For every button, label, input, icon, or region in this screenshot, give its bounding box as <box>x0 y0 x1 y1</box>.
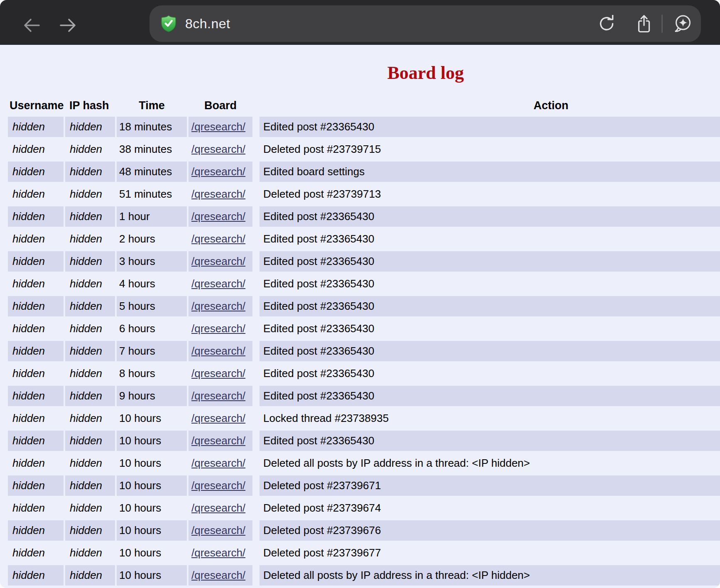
username-cell: hidden <box>8 206 64 227</box>
board-link[interactable]: /qresearch/ <box>191 412 245 425</box>
board-log-table: Username IP hash Time Board Action hidde… <box>8 96 720 586</box>
browser-window: 8ch.net <box>0 0 720 588</box>
table-row: hidden hidden 3 hours /qresearch/ Edited… <box>8 251 720 272</box>
header-ip-hash: IP hash <box>65 96 115 115</box>
board-cell: /qresearch/ <box>189 251 252 272</box>
address-bar[interactable]: 8ch.net <box>149 5 701 42</box>
board-cell: /qresearch/ <box>189 206 252 227</box>
time-cell: 18 minutes <box>117 117 187 137</box>
board-link[interactable]: /qresearch/ <box>191 277 245 290</box>
green-shield-check-icon <box>160 15 177 33</box>
username-cell: hidden <box>8 229 64 249</box>
table-row: hidden hidden 8 hours /qresearch/ Edited… <box>8 363 720 384</box>
time-cell: 2 hours <box>117 229 187 249</box>
board-link[interactable]: /qresearch/ <box>191 120 245 133</box>
action-cell: Deleted all posts by IP address in a thr… <box>260 453 720 473</box>
table-row: hidden hidden 10 hours /qresearch/ Delet… <box>8 453 720 473</box>
table-row: hidden hidden 4 hours /qresearch/ Edited… <box>8 274 720 294</box>
action-cell: Deleted post #23739674 <box>260 498 720 518</box>
board-link[interactable]: /qresearch/ <box>191 210 245 223</box>
time-cell: 5 hours <box>117 296 187 316</box>
time-cell: 10 hours <box>117 408 187 429</box>
address-bar-actions <box>599 5 692 42</box>
action-cell: Deleted post #23739677 <box>260 543 720 563</box>
page-title: Board log <box>0 63 720 83</box>
action-cell: Locked thread #23738935 <box>260 408 720 429</box>
board-cell: /qresearch/ <box>189 543 252 563</box>
table-row: hidden hidden 51 minutes /qresearch/ Del… <box>8 184 720 204</box>
username-cell: hidden <box>8 162 64 182</box>
reload-button[interactable] <box>599 15 615 32</box>
board-link[interactable]: /qresearch/ <box>191 255 245 268</box>
ip-hash-cell: hidden <box>65 341 115 361</box>
table-row: hidden hidden 6 hours /qresearch/ Edited… <box>8 318 720 339</box>
table-row: hidden hidden 10 hours /qresearch/ Delet… <box>8 475 720 496</box>
board-cell: /qresearch/ <box>189 229 252 249</box>
ip-hash-cell: hidden <box>65 363 115 384</box>
board-cell: /qresearch/ <box>189 453 252 473</box>
toolbar-divider <box>661 15 663 33</box>
action-cell: Edited post #23365430 <box>260 206 720 227</box>
board-link[interactable]: /qresearch/ <box>191 300 245 313</box>
board-cell: /qresearch/ <box>189 318 252 339</box>
forward-arrow-icon <box>59 18 77 33</box>
forward-button[interactable] <box>59 18 77 33</box>
board-cell: /qresearch/ <box>189 117 252 137</box>
action-cell: Edited post #23365430 <box>260 117 720 137</box>
board-cell: /qresearch/ <box>189 341 252 361</box>
board-link[interactable]: /qresearch/ <box>191 479 245 492</box>
board-link[interactable]: /qresearch/ <box>191 143 245 156</box>
table-row: hidden hidden 10 hours /qresearch/ Delet… <box>8 498 720 518</box>
board-link[interactable]: /qresearch/ <box>191 434 245 447</box>
action-cell: Edited post #23365430 <box>260 229 720 249</box>
time-cell: 10 hours <box>117 498 187 518</box>
ip-hash-cell: hidden <box>65 296 115 316</box>
action-cell: Edited board settings <box>260 162 720 182</box>
board-cell: /qresearch/ <box>189 431 252 451</box>
board-link[interactable]: /qresearch/ <box>191 390 245 402</box>
board-link[interactable]: /qresearch/ <box>191 524 245 537</box>
board-link[interactable]: /qresearch/ <box>191 345 245 358</box>
action-cell: Edited post #23365430 <box>260 363 720 384</box>
board-cell: /qresearch/ <box>189 184 252 204</box>
table-row: hidden hidden 10 hours /qresearch/ Delet… <box>8 565 720 586</box>
back-button[interactable] <box>22 18 41 33</box>
table-row: hidden hidden 18 minutes /qresearch/ Edi… <box>8 117 720 137</box>
action-cell: Deleted post #23739671 <box>260 475 720 496</box>
board-cell: /qresearch/ <box>189 363 252 384</box>
table-row: hidden hidden 2 hours /qresearch/ Edited… <box>8 229 720 249</box>
share-button[interactable] <box>636 14 652 33</box>
board-cell: /qresearch/ <box>189 386 252 406</box>
header-time: Time <box>117 96 187 115</box>
username-cell: hidden <box>8 498 64 518</box>
board-link[interactable]: /qresearch/ <box>191 165 245 178</box>
board-link[interactable]: /qresearch/ <box>191 502 245 514</box>
board-link[interactable]: /qresearch/ <box>191 188 245 201</box>
chat-sparkle-icon <box>673 14 692 33</box>
ip-hash-cell: hidden <box>65 408 115 429</box>
board-link[interactable]: /qresearch/ <box>191 367 245 380</box>
action-cell: Deleted post #23739715 <box>260 139 720 159</box>
assistant-button[interactable] <box>673 14 692 33</box>
time-cell: 3 hours <box>117 251 187 272</box>
board-link[interactable]: /qresearch/ <box>191 322 245 335</box>
username-cell: hidden <box>8 408 64 429</box>
time-cell: 6 hours <box>117 318 187 339</box>
username-cell: hidden <box>8 274 64 294</box>
table-row: hidden hidden 10 hours /qresearch/ Locke… <box>8 408 720 429</box>
board-cell: /qresearch/ <box>189 520 252 541</box>
ip-hash-cell: hidden <box>65 206 115 227</box>
time-cell: 10 hours <box>117 453 187 473</box>
board-link[interactable]: /qresearch/ <box>191 569 245 582</box>
ip-hash-cell: hidden <box>65 117 115 137</box>
board-link[interactable]: /qresearch/ <box>191 457 245 470</box>
username-cell: hidden <box>8 386 64 406</box>
table-row: hidden hidden 5 hours /qresearch/ Edited… <box>8 296 720 316</box>
table-row: hidden hidden 1 hour /qresearch/ Edited … <box>8 206 720 227</box>
username-cell: hidden <box>8 565 64 586</box>
board-cell: /qresearch/ <box>189 274 252 294</box>
table-row: hidden hidden 10 hours /qresearch/ Edite… <box>8 431 720 451</box>
back-arrow-icon <box>22 18 41 33</box>
board-link[interactable]: /qresearch/ <box>191 233 245 245</box>
board-link[interactable]: /qresearch/ <box>191 546 245 559</box>
